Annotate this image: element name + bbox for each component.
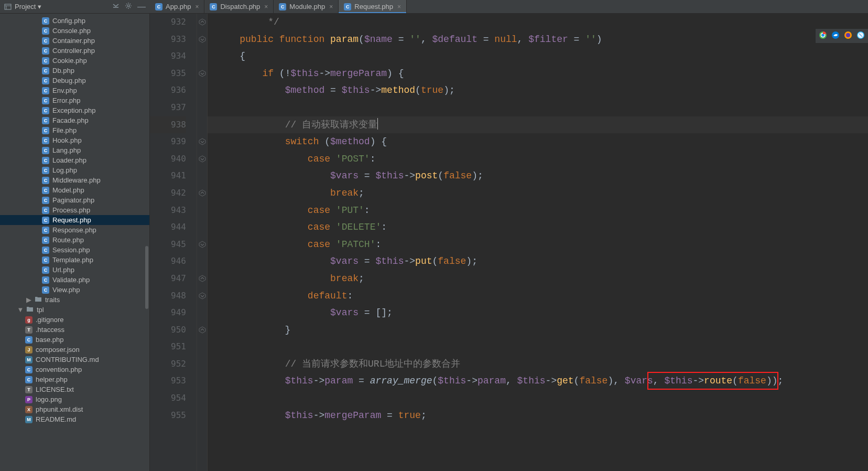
tree-item[interactable]: CModel.php [0, 185, 149, 195]
code-line[interactable]: */ [208, 14, 868, 31]
tree-item[interactable]: CLoader.php [0, 155, 149, 165]
code-line[interactable]: case 'PATCH': [208, 236, 868, 253]
line-number[interactable]: 936 [150, 82, 186, 99]
tree-item[interactable]: MREADME.md [0, 414, 149, 424]
code-line[interactable]: case 'PUT': [208, 202, 868, 219]
line-number[interactable]: 954 [150, 390, 186, 407]
code-line[interactable] [208, 99, 868, 116]
fold-marker-icon[interactable] [199, 292, 206, 299]
line-number[interactable]: 945 [150, 236, 186, 253]
code-line[interactable]: $vars = $this->post(false); [208, 167, 868, 185]
tree-item[interactable]: CLang.php [0, 145, 149, 155]
fold-marker-icon[interactable] [199, 189, 206, 197]
gutter[interactable]: 9329339349359369379389399409419429439449… [150, 14, 197, 471]
line-number[interactable]: 947 [150, 270, 186, 287]
fold-marker-icon[interactable] [199, 18, 206, 26]
tab-module-php[interactable]: CModule.php× [274, 0, 339, 13]
code-line[interactable]: $vars = $this->put(false); [208, 253, 868, 270]
line-number[interactable]: 951 [150, 338, 186, 356]
tree-item[interactable]: CFacade.php [0, 115, 149, 125]
fold-marker-icon[interactable] [199, 138, 206, 145]
tree-item[interactable]: CHook.php [0, 135, 149, 145]
tree-item[interactable]: CConfig.php [0, 16, 149, 26]
fold-marker-icon[interactable] [199, 275, 206, 282]
code-line[interactable]: break; [208, 185, 868, 202]
tab-dispatch-php[interactable]: CDispatch.php× [204, 0, 274, 13]
minimize-icon[interactable]: — [137, 4, 146, 9]
line-number[interactable]: 939 [150, 133, 186, 151]
tree-item[interactable]: g.gitignore [0, 315, 149, 325]
tree-item[interactable]: CPaginator.php [0, 195, 149, 205]
tree-item[interactable]: CFile.php [0, 125, 149, 135]
close-icon[interactable]: × [397, 3, 401, 10]
chevron-right-icon[interactable]: ▶ [26, 296, 31, 304]
tree-item[interactable]: CError.php [0, 95, 149, 105]
line-number[interactable]: 940 [150, 151, 186, 168]
code-line[interactable]: { [208, 48, 868, 65]
line-number[interactable]: 943 [150, 202, 186, 219]
line-number[interactable]: 946 [150, 253, 186, 270]
line-number[interactable]: 932 [150, 14, 186, 31]
chrome-icon[interactable] [819, 31, 827, 41]
tab-request-php[interactable]: CRequest.php× [339, 0, 407, 13]
code-line[interactable] [208, 390, 868, 407]
line-number[interactable]: 938 [150, 116, 186, 134]
tree-item[interactable]: CTemplate.php [0, 255, 149, 265]
line-number[interactable]: 949 [150, 304, 186, 322]
line-number[interactable]: 937 [150, 99, 186, 116]
tree-item[interactable]: CValidate.php [0, 275, 149, 285]
fold-marker-icon[interactable] [199, 241, 206, 248]
tree-item[interactable]: CDb.php [0, 66, 149, 76]
fold-strip[interactable] [197, 14, 208, 471]
edge-icon[interactable] [831, 31, 840, 41]
tree-item[interactable]: CSession.php [0, 245, 149, 255]
collapse-icon[interactable] [112, 2, 120, 11]
tree-item[interactable]: CMiddleware.php [0, 175, 149, 185]
close-icon[interactable]: × [264, 3, 268, 10]
tree-item[interactable]: Xphpunit.xml.dist [0, 404, 149, 414]
line-number[interactable]: 953 [150, 372, 186, 390]
code-line[interactable]: $vars = []; [208, 304, 868, 322]
line-number[interactable]: 952 [150, 356, 186, 373]
tree-item[interactable]: ▼tpl [0, 305, 149, 315]
code-line[interactable]: public function param($name = '', $defau… [208, 31, 868, 48]
tree-item[interactable]: CDebug.php [0, 76, 149, 85]
line-number[interactable]: 950 [150, 322, 186, 339]
tree-item[interactable]: CException.php [0, 105, 149, 115]
tree-item[interactable]: Plogo.png [0, 394, 149, 404]
code-line[interactable]: case 'DELETE': [208, 219, 868, 236]
firefox-icon[interactable] [844, 31, 852, 41]
sidebar-scrollbar[interactable] [145, 246, 148, 309]
code-line[interactable]: if (!$this->mergeParam) { [208, 65, 868, 82]
tree-item[interactable]: CProcess.php [0, 205, 149, 215]
tree-item[interactable]: CResponse.php [0, 225, 149, 235]
line-number[interactable]: 948 [150, 287, 186, 305]
tree-item[interactable]: CCookie.php [0, 56, 149, 66]
tree-item[interactable]: CLog.php [0, 165, 149, 175]
line-number[interactable]: 944 [150, 219, 186, 236]
chevron-down-icon[interactable]: ▼ [18, 306, 23, 314]
tree-item[interactable]: CView.php [0, 285, 149, 295]
code-line[interactable]: // 当前请求参数和URL地址中的参数合并 [208, 356, 868, 373]
fold-marker-icon[interactable] [199, 36, 206, 43]
fold-marker-icon[interactable] [199, 70, 206, 77]
line-number[interactable]: 934 [150, 48, 186, 65]
tab-app-php[interactable]: CApp.php× [150, 0, 204, 13]
tree-item[interactable]: CRequest.php [0, 215, 149, 225]
code-line[interactable] [208, 338, 868, 356]
tree-item[interactable]: Chelper.php [0, 374, 149, 384]
line-number[interactable]: 935 [150, 65, 186, 82]
tree-item[interactable]: Cconvention.php [0, 365, 149, 374]
close-icon[interactable]: × [195, 3, 199, 10]
tree-item[interactable]: Jcomposer.json [0, 345, 149, 355]
project-sidebar[interactable]: CConfig.phpCConsole.phpCContainer.phpCCo… [0, 14, 150, 471]
code-line[interactable]: $this->mergeParam = true; [208, 407, 868, 424]
code-line[interactable]: case 'POST': [208, 151, 868, 168]
fold-marker-icon[interactable] [199, 155, 206, 163]
code-line[interactable]: switch ($method) { [208, 133, 868, 151]
tree-item[interactable]: T.htaccess [0, 325, 149, 335]
code-line[interactable]: default: [208, 287, 868, 305]
fold-marker-icon[interactable] [199, 326, 206, 334]
line-number[interactable]: 955 [150, 407, 186, 424]
gear-icon[interactable] [125, 2, 132, 11]
